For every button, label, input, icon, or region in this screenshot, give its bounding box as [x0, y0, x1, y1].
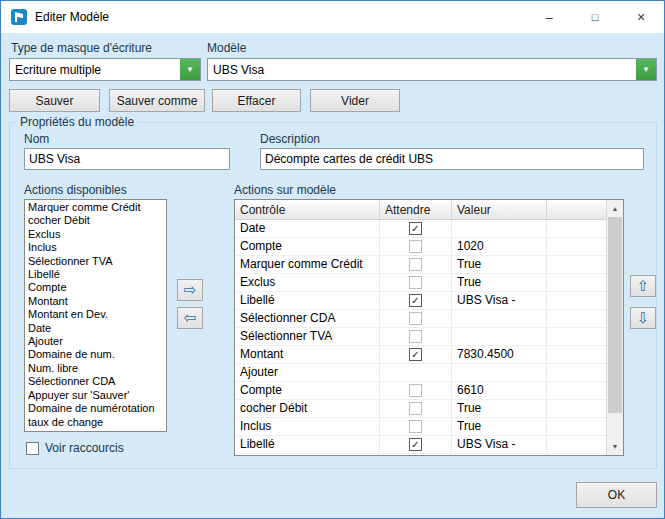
table-row[interactable]: cocher Débit True	[235, 400, 606, 418]
grid-checkbox[interactable]	[409, 420, 422, 433]
table-row[interactable]: Compte 6610	[235, 382, 606, 400]
grid-cell-wait[interactable]	[380, 364, 452, 381]
table-row[interactable]: Marquer comme Crédit True	[235, 256, 606, 274]
grid-cell-control[interactable]: Compte	[235, 382, 380, 399]
list-item[interactable]: Date	[25, 322, 166, 335]
table-row[interactable]: Ajouter	[235, 364, 606, 382]
grid-cell-wait[interactable]: ✓	[380, 436, 452, 453]
column-header-control[interactable]: Contrôle	[235, 200, 380, 219]
table-row[interactable]: Montant ✓ 7830.4500	[235, 346, 606, 364]
grid-cell-wait[interactable]	[380, 400, 452, 417]
show-shortcuts-checkbox[interactable]: Voir raccourcis	[26, 441, 124, 455]
list-item[interactable]: Sélectionner CDA	[25, 375, 166, 388]
checkbox-icon[interactable]	[26, 442, 39, 455]
grid-cell-value[interactable]	[452, 310, 547, 327]
list-item[interactable]: Exclus	[25, 228, 166, 241]
column-header-wait[interactable]: Attendre	[380, 200, 452, 219]
grid-cell-value[interactable]: 7830.4500	[452, 346, 547, 363]
list-item[interactable]: Appuyer sur 'Sauver'	[25, 389, 166, 402]
grid-cell-wait[interactable]: ✓	[380, 220, 452, 237]
titlebar[interactable]: Editer Modèle – □ ×	[1, 1, 664, 33]
move-down-button[interactable]: ⇩	[630, 307, 656, 329]
grid-cell-control[interactable]: Ajouter	[235, 364, 380, 381]
grid-checkbox[interactable]: ✓	[409, 222, 422, 235]
grid-checkbox[interactable]: ✓	[409, 348, 422, 361]
remove-action-button[interactable]: ⇦	[177, 307, 203, 329]
grid-cell-wait[interactable]: ✓	[380, 292, 452, 309]
scrollbar-thumb[interactable]	[608, 217, 622, 413]
description-input[interactable]	[260, 148, 644, 170]
clear-button[interactable]: Vider	[310, 89, 400, 112]
name-input[interactable]	[24, 148, 230, 170]
list-item[interactable]: Domaine de num.	[25, 348, 166, 361]
grid-checkbox[interactable]	[409, 276, 422, 289]
mask-type-combobox[interactable]: Ecriture multiple ▼	[9, 58, 201, 81]
grid-checkbox[interactable]	[409, 402, 422, 415]
table-row[interactable]: Exclus True	[235, 274, 606, 292]
add-action-button[interactable]: ⇨	[177, 279, 203, 301]
table-row[interactable]: Sélectionner CDA	[235, 310, 606, 328]
grid-cell-control[interactable]: Inclus	[235, 418, 380, 435]
grid-cell-wait[interactable]	[380, 418, 452, 435]
grid-cell-control[interactable]: Date	[235, 220, 380, 237]
table-row[interactable]: Inclus True	[235, 418, 606, 436]
grid-cell-value[interactable]	[452, 364, 547, 381]
grid-checkbox[interactable]: ✓	[409, 294, 422, 307]
grid-scrollbar[interactable]: ▲ ▼	[606, 200, 623, 455]
grid-cell-wait[interactable]	[380, 310, 452, 327]
table-row[interactable]: Libellé ✓ UBS Visa -	[235, 292, 606, 310]
move-up-button[interactable]: ⇧	[630, 275, 656, 297]
list-item[interactable]: Sélectionner TVA	[25, 255, 166, 268]
grid-cell-control[interactable]: cocher Débit	[235, 400, 380, 417]
grid-cell-wait[interactable]	[380, 382, 452, 399]
list-item[interactable]: Ajouter	[25, 335, 166, 348]
maximize-button[interactable]: □	[572, 1, 618, 33]
table-row[interactable]: Date ✓	[235, 220, 606, 238]
list-item[interactable]: Montant	[25, 295, 166, 308]
grid-cell-value[interactable]: UBS Visa -	[452, 436, 547, 453]
grid-cell-value[interactable]: True	[452, 256, 547, 273]
table-row[interactable]: Sélectionner TVA	[235, 328, 606, 346]
grid-cell-wait[interactable]	[380, 256, 452, 273]
save-as-button[interactable]: Sauver comme	[109, 89, 205, 112]
grid-cell-control[interactable]: Marquer comme Crédit	[235, 256, 380, 273]
grid-cell-control[interactable]: Sélectionner TVA	[235, 328, 380, 345]
list-item[interactable]: Marquer comme Crédit	[25, 201, 166, 214]
grid-checkbox[interactable]	[409, 330, 422, 343]
scroll-down-icon[interactable]: ▼	[607, 438, 623, 455]
grid-cell-value[interactable]: UBS Visa -	[452, 292, 547, 309]
grid-cell-control[interactable]: Compte	[235, 238, 380, 255]
grid-cell-value[interactable]: True	[452, 274, 547, 291]
table-row[interactable]: Libellé ✓ UBS Visa -	[235, 436, 606, 454]
model-combobox[interactable]: UBS Visa ▼	[207, 58, 657, 81]
grid-checkbox[interactable]	[409, 258, 422, 271]
available-actions-list[interactable]: Marquer comme Créditcocher DébitExclusIn…	[24, 199, 167, 432]
grid-cell-value[interactable]: 1020	[452, 238, 547, 255]
grid-checkbox[interactable]: ✓	[409, 438, 422, 451]
list-item[interactable]: Libellé	[25, 268, 166, 281]
table-row[interactable]: Compte 1020	[235, 238, 606, 256]
minimize-button[interactable]: –	[526, 1, 572, 33]
scroll-up-icon[interactable]: ▲	[607, 200, 623, 217]
list-item[interactable]: Compte	[25, 281, 166, 294]
grid-cell-control[interactable]: Montant	[235, 346, 380, 363]
list-item[interactable]: cocher Débit	[25, 214, 166, 227]
grid-cell-value[interactable]: True	[452, 400, 547, 417]
list-item[interactable]: Inclus	[25, 241, 166, 254]
column-header-value[interactable]: Valeur	[452, 200, 547, 219]
chevron-down-icon[interactable]: ▼	[636, 59, 656, 80]
grid-cell-control[interactable]: Sélectionner CDA	[235, 310, 380, 327]
grid-checkbox[interactable]	[409, 240, 422, 253]
grid-checkbox[interactable]	[409, 312, 422, 325]
grid-cell-wait[interactable]	[380, 238, 452, 255]
grid-cell-wait[interactable]	[380, 328, 452, 345]
list-item[interactable]: Domaine de numérotation	[25, 402, 166, 415]
ok-button[interactable]: OK	[576, 482, 657, 508]
delete-button[interactable]: Effacer	[212, 89, 301, 112]
grid-cell-wait[interactable]: ✓	[380, 346, 452, 363]
grid-cell-control[interactable]: Exclus	[235, 274, 380, 291]
grid-cell-control[interactable]: Libellé	[235, 436, 380, 453]
grid-cell-wait[interactable]	[380, 274, 452, 291]
close-button[interactable]: ×	[618, 1, 664, 33]
save-button[interactable]: Sauver	[9, 89, 100, 112]
